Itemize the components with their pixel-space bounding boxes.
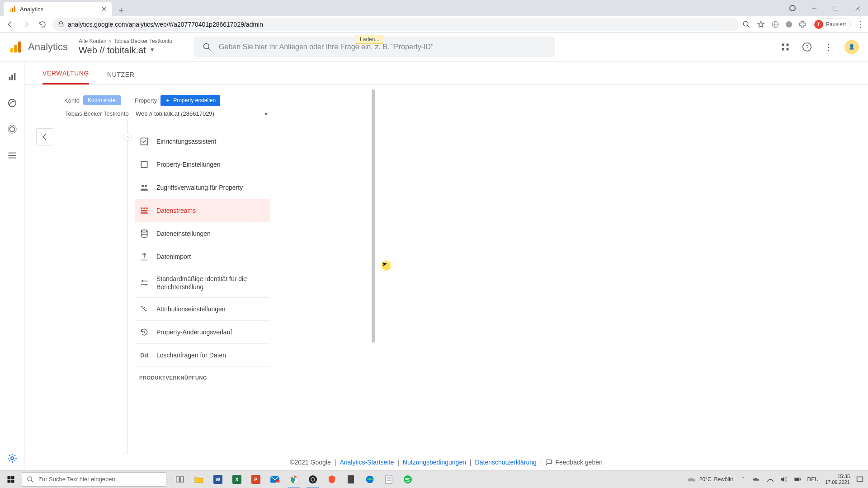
- zoom-icon[interactable]: [742, 20, 750, 28]
- menu-change-history[interactable]: Property-Änderungsverlauf: [135, 321, 270, 344]
- svg-point-32: [11, 457, 14, 460]
- advertising-icon[interactable]: [6, 123, 19, 136]
- extensions-puzzle-icon[interactable]: [798, 20, 807, 28]
- svg-rect-72: [800, 478, 800, 480]
- tab-nutzer[interactable]: NUTZER: [107, 71, 134, 84]
- crumb-account: Tobias Becker Testkonto: [113, 38, 172, 44]
- admin-content: › Konto Konto erstel Tobias Becker Testk…: [24, 85, 868, 454]
- help-icon[interactable]: ?: [801, 41, 813, 53]
- svg-rect-25: [14, 73, 15, 80]
- svg-point-11: [786, 21, 792, 28]
- spotify-icon[interactable]: [399, 470, 417, 488]
- footer-feedback[interactable]: Feedback geben: [545, 459, 602, 466]
- create-property-button[interactable]: ＋Property erstellen: [160, 95, 220, 106]
- menu-default-identity[interactable]: Standardmäßige Identität für die Bericht…: [135, 268, 270, 298]
- admin-tabs: VERWALTUNG NUTZER: [24, 61, 868, 85]
- forward-button[interactable]: [20, 18, 33, 31]
- powerpoint-icon[interactable]: P: [247, 470, 265, 488]
- close-window-button[interactable]: [847, 1, 868, 15]
- kebab-menu-icon[interactable]: ⋮: [823, 41, 835, 53]
- obs-icon[interactable]: [304, 470, 322, 488]
- taskbar-clock[interactable]: 15:35 17.09.2021: [825, 474, 850, 484]
- svg-line-54: [31, 480, 33, 482]
- notepad-icon[interactable]: [380, 470, 398, 488]
- task-view-icon[interactable]: [171, 470, 189, 488]
- reports-icon[interactable]: [6, 70, 19, 83]
- admin-back-button[interactable]: [36, 128, 53, 145]
- ga-logo[interactable]: Analytics: [9, 40, 68, 54]
- account-selector[interactable]: Alle Konten › Tobias Becker Testkonto We…: [79, 38, 183, 55]
- edge-icon[interactable]: [361, 470, 379, 488]
- extensions-area: T Pausiert ⋮: [771, 19, 864, 30]
- menu-property-settings[interactable]: Property-Einstellungen: [135, 153, 270, 176]
- new-tab-button[interactable]: ＋: [115, 4, 127, 16]
- back-button[interactable]: [4, 18, 16, 31]
- apps-icon[interactable]: [779, 41, 791, 53]
- profile-status: Pausiert: [826, 21, 846, 28]
- menu-datastreams[interactable]: Datenstreams: [135, 199, 270, 222]
- extension-dot-icon[interactable]: [785, 20, 793, 28]
- ga-search[interactable]: Geben Sie hier Ihr Anliegen oder Ihre Fr…: [193, 37, 555, 57]
- chrome-menu-icon[interactable]: ⋮: [856, 19, 864, 29]
- menu-setup-assistant[interactable]: Einrichtungsassistent: [135, 130, 270, 153]
- menu-label: Attributionseinstellungen: [156, 305, 226, 313]
- app-icon[interactable]: [342, 470, 360, 488]
- create-account-chip[interactable]: Konto erstel: [83, 95, 121, 105]
- chrome-icon[interactable]: [285, 470, 303, 488]
- footer-link-start[interactable]: Analytics-Startseite: [340, 459, 394, 466]
- configure-icon[interactable]: [6, 149, 19, 162]
- weather-widget[interactable]: 20°C Bewölkt: [688, 476, 733, 483]
- close-tab-icon[interactable]: ✕: [101, 5, 107, 13]
- admin-gear-icon[interactable]: [6, 452, 19, 465]
- header-actions: ? ⋮ 👤: [779, 40, 859, 54]
- extension-globe-icon[interactable]: [771, 20, 779, 28]
- bookmark-icon[interactable]: [757, 20, 765, 28]
- minimize-button[interactable]: [804, 1, 825, 15]
- language-indicator[interactable]: DEU: [807, 476, 819, 483]
- system-tray: 20°C Bewölkt ˄ DEU 15:35 17.09.2021: [683, 474, 868, 484]
- profile-chip[interactable]: T Pausiert: [812, 19, 851, 30]
- ga-header: Analytics Alle Konten › Tobias Becker Te…: [0, 33, 868, 61]
- maximize-button[interactable]: [826, 1, 846, 15]
- file-explorer-icon[interactable]: [190, 470, 208, 488]
- footer-copyright: ©2021 Google: [290, 459, 331, 466]
- expand-column-icon[interactable]: ›: [124, 133, 132, 141]
- url-text: analytics.google.com/analytics/web/#/a20…: [68, 21, 263, 28]
- column-divider: [127, 120, 128, 454]
- notifications-icon[interactable]: [856, 476, 863, 483]
- users-icon: [139, 183, 149, 192]
- explore-icon[interactable]: [6, 97, 19, 109]
- excel-icon[interactable]: X: [228, 470, 246, 488]
- word-icon[interactable]: W: [209, 470, 227, 488]
- svg-line-9: [747, 25, 750, 28]
- menu-delete-requests[interactable]: Dd Löschanfragen für Daten: [135, 344, 270, 367]
- reload-button[interactable]: [36, 18, 49, 31]
- sync-indicator-icon[interactable]: [789, 5, 796, 11]
- battery-icon[interactable]: [794, 476, 801, 483]
- menu-data-settings[interactable]: Dateneinstellungen: [135, 222, 270, 245]
- property-select[interactable]: Web // tobitalk.at (286617029) ▼: [135, 110, 270, 120]
- tab-verwaltung[interactable]: VERWALTUNG: [42, 70, 89, 84]
- user-avatar-icon[interactable]: 👤: [844, 40, 859, 54]
- svg-rect-45: [142, 280, 143, 282]
- network-icon[interactable]: [767, 476, 774, 483]
- mail-icon[interactable]: 22: [266, 470, 284, 488]
- footer-link-terms[interactable]: Nutzungsbedingungen: [403, 459, 466, 466]
- account-select[interactable]: Tobias Becker Testkonto: [64, 110, 132, 120]
- svg-rect-7: [59, 23, 63, 26]
- onedrive-icon[interactable]: [753, 476, 760, 483]
- menu-label: Datenimport: [156, 253, 191, 261]
- footer-link-privacy[interactable]: Datenschutzerklärung: [475, 459, 537, 466]
- menu-attribution[interactable]: Attributionseinstellungen: [135, 298, 270, 321]
- svg-rect-1: [12, 8, 14, 12]
- browser-tab[interactable]: Analytics ✕: [4, 2, 112, 16]
- menu-data-import[interactable]: Datenimport: [135, 245, 270, 268]
- menu-access-management[interactable]: Zugriffsverwaltung für Property: [135, 176, 270, 199]
- svg-point-36: [145, 185, 147, 187]
- start-button[interactable]: [0, 470, 22, 488]
- brave-icon[interactable]: [323, 470, 341, 488]
- taskbar-search[interactable]: Zur Suche Text hier eingeben: [22, 472, 166, 487]
- tray-chevron-icon[interactable]: ˄: [740, 476, 747, 483]
- address-bar[interactable]: analytics.google.com/analytics/web/#/a20…: [52, 18, 739, 31]
- volume-icon[interactable]: [780, 476, 788, 483]
